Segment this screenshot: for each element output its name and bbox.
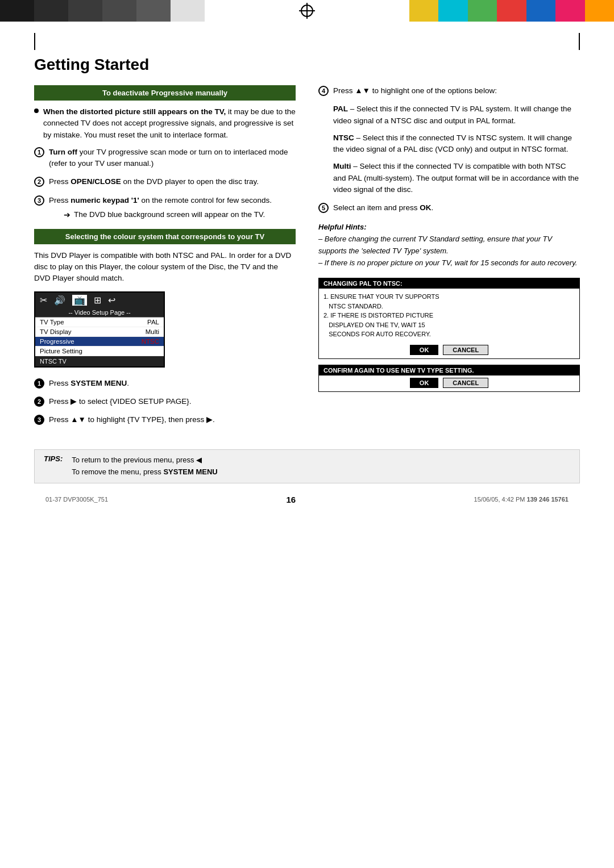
multi-text: – Select this if the connected TV is com… [333,162,579,194]
menu-tvdisplay-val: Multi [146,328,159,335]
right-rule [579,33,580,50]
step1-item: 1 Turn off your TV progressive scan mode… [34,147,296,170]
section2-heading: Selecting the colour system that corresp… [34,229,296,244]
left-rule [34,33,35,50]
right-step5-num: 5 [318,203,329,213]
dialog1-cancel-button[interactable]: CANCEL [443,345,488,355]
crosshair-circle [301,5,313,17]
right-step5-content: Select an item and press [333,203,420,212]
tips-label: TIPS: [44,454,63,463]
menu-progressive-label: Progressive [40,338,74,345]
helpful-hints-label: Helpful Hints: [318,223,367,231]
color-block-orange [585,0,614,22]
step3-number: 3 [34,195,44,206]
crosshair-icon [299,3,315,19]
left-column: To deactivate Progressive manually When … [34,85,296,432]
dialog1-line4: DISPLAYED ON THE TV, WAIT 15 [323,320,575,330]
tips-line1: To return to the previous menu, press ◀ [72,454,217,466]
step2-item: 2 Press OPEN/CLOSE on the DVD player to … [34,176,296,187]
page-content: Getting Started To deactivate Progressiv… [0,22,614,527]
dialog-area: CHANGING PAL TO NTSC: 1. ENSURE THAT YOU… [318,278,580,398]
bottom-step3-text: Press ▲▼ to highlight {TV TYPE}, then pr… [49,414,215,425]
dialog1-header: CHANGING PAL TO NTSC: [319,278,579,289]
step1-text: Turn off your TV progressive scan mode o… [49,147,296,170]
tips-content: To return to the previous menu, press ◀ … [72,454,217,478]
footer-left: 01-37 DVP3005K_751 [45,496,108,503]
footer: 01-37 DVP3005K_751 16 15/06/05, 4:42 PM … [34,495,580,504]
bullet-dot-1 [34,108,39,113]
dialog2-cancel-button[interactable]: CANCEL [443,378,488,388]
dialog1-ok-button[interactable]: OK [410,345,439,355]
color-block-2 [34,0,68,22]
dialog2: CONFIRM AGAIN TO USE NEW TV TYPE SETTING… [318,365,580,392]
dialog2-ok-button[interactable]: OK [410,378,439,388]
color-block-4 [102,0,136,22]
multi-label: Multi [333,162,351,170]
menu-row-progressive: Progressive NTSC [35,337,164,347]
top-center-crosshair [205,0,409,22]
multi-desc: Multi – Select this if the connected TV … [333,161,580,195]
ntsc-text: – Select this if the connected TV is NTS… [333,133,572,153]
step3-arrow: ➔ The DVD blue background screen will ap… [64,209,272,221]
menu-tvtype-val: PAL [147,319,159,326]
pal-text: – Select this if the connected TV is PAL… [333,105,571,124]
dialog2-header: CONFIRM AGAIN TO USE NEW TV TYPE SETTING… [319,365,579,375]
right-step5: 5 Select an item and press OK. [318,202,580,214]
section2-body: This DVD Player is compatible with both … [34,250,296,285]
menu-row-tvtype: TV Type PAL [35,318,164,327]
color-block-yellow [409,0,438,22]
ntsc-label: NTSC [333,133,354,142]
menu-icon-tv-selected: 📺 [72,295,87,306]
step1-rest: your TV progressive scan mode or turn on… [49,148,288,168]
color-block-pink [555,0,584,22]
menu-icon-arrow: ↩ [108,295,115,306]
dialog-group: CHANGING PAL TO NTSC: 1. ENSURE THAT YOU… [318,278,580,398]
tips-system-menu: SYSTEM MENU [163,468,217,476]
step1-number: 1 [34,147,44,157]
section2-heading-text: Selecting the colour system that corresp… [65,232,264,241]
menu-mockup: ✂ 🔊 📺 ⊞ ↩ -- Video Setup Page -- TV Type… [34,291,165,368]
hint2: – If there is no proper picture on your … [318,257,580,269]
menu-icons-row: ✂ 🔊 📺 ⊞ ↩ [35,293,164,308]
menu-icon-scissors: ✂ [40,295,47,306]
menu-progressive-val: NTSC [142,338,159,345]
color-block-green [468,0,497,22]
bottom-step2-num: 2 [34,397,44,407]
menu-row-tvdisplay: TV Display Multi [35,327,164,337]
color-block-3 [68,0,102,22]
color-block-blue [526,0,555,22]
color-block-1 [0,0,34,22]
menu-label-row: -- Video Setup Page -- [35,308,164,318]
dialog1-body: 1. ENSURE THAT YOUR TV SUPPORTS NTSC STA… [319,289,579,343]
step3-text: Press numeric keypad '1' on the remote c… [49,195,272,221]
menu-bottom: NTSC TV [35,356,164,366]
footer-page-number: 16 [287,495,296,504]
right-step4-text: Press ▲▼ to highlight one of the options… [333,85,497,97]
page-title: Getting Started [34,56,580,74]
menu-tvtype-label: TV Type [40,319,64,326]
dialog1-line1: 1. ENSURE THAT YOUR TV SUPPORTS [323,292,575,302]
right-step4-num: 4 [318,86,329,96]
dialog1: CHANGING PAL TO NTSC: 1. ENSURE THAT YOU… [318,278,580,359]
pal-desc: PAL – Select this if the connected TV is… [333,103,580,127]
color-block-6 [171,0,205,22]
section1-heading: To deactivate Progressive manually [34,85,296,101]
menu-tvdisplay-label: TV Display [40,328,72,335]
right-step5-text: Select an item and press OK. [333,202,433,214]
step2-text: Press OPEN/CLOSE on the DVD player to op… [49,176,259,187]
top-left-color-blocks [0,0,205,22]
arrow-symbol: ➔ [64,209,70,221]
dialog2-buttons: OK CANCEL [319,375,579,391]
color-block-5 [136,0,171,22]
ntsc-desc: NTSC – Select this if the connected TV i… [333,132,580,156]
bottom-step1-num: 1 [34,378,44,389]
menu-picture-label: Picture Setting [40,348,82,354]
dialog1-line5: SECONDS FOR AUTO RECOVERY. [323,329,575,339]
right-step4-content: Press ▲▼ to highlight one of the options… [333,86,497,95]
step2-number: 2 [34,177,44,187]
dialog1-line3: 2. IF THERE IS DISTORTED PICTURE [323,311,575,320]
helpful-hints: Helpful Hints: – Before changing the cur… [318,222,580,269]
color-block-cyan [438,0,467,22]
bullet1-bold: When the distorted picture still appears… [43,107,226,116]
step1-bold: Turn off [49,148,77,156]
